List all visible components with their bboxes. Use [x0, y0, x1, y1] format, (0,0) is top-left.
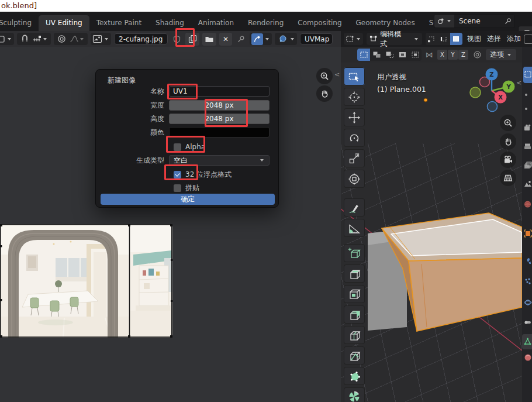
knife-tool[interactable] [344, 346, 365, 365]
image-browse-dropdown[interactable] [91, 33, 111, 45]
tab-modifiers[interactable] [524, 256, 532, 264]
uv-editor-canvas[interactable]: 新建图像 名称 UV1 宽度 2048 px 高度 2048 px 颜色 Alp… [0, 47, 341, 402]
scene-browse-button[interactable] [434, 15, 454, 28]
options-dropdown[interactable]: 选项 [486, 49, 516, 60]
tab-particles[interactable] [524, 277, 532, 285]
measure-tool[interactable] [344, 219, 365, 237]
uv-image-preview[interactable] [0, 224, 172, 338]
tab-output[interactable] [524, 142, 532, 150]
uv-sidebar-collapse-arrow[interactable]: < [334, 71, 340, 78]
select-subtract-button[interactable] [383, 49, 396, 61]
tab-render[interactable] [524, 123, 532, 132]
bevel-tool[interactable] [344, 305, 365, 324]
move-tool[interactable] [344, 108, 365, 126]
tab-physics[interactable] [524, 298, 532, 306]
pin-toggle[interactable] [235, 33, 247, 45]
uv-pan-button[interactable] [316, 85, 333, 102]
fake-user-toggle[interactable] [171, 33, 182, 45]
select-extend-button[interactable] [370, 49, 383, 61]
uv-editor-type-dropdown[interactable] [0, 33, 14, 45]
loop-cut-tool[interactable] [344, 326, 365, 344]
face-select-button[interactable] [450, 33, 462, 45]
rotate-tool[interactable] [344, 129, 365, 147]
snapping-dropdown[interactable] [32, 33, 49, 45]
snap-toggle[interactable] [19, 33, 30, 45]
select-intersect-button[interactable] [409, 49, 422, 61]
workspace-tab-sculpting[interactable]: Sculpting [0, 15, 39, 31]
add-cube-tool[interactable] [344, 244, 365, 262]
mirror-z-button[interactable]: Z [458, 50, 468, 60]
workspace-tab-rendering[interactable]: Rendering [241, 15, 291, 31]
vp-zoom-button[interactable] [500, 115, 516, 131]
cursor-tool[interactable] [344, 88, 365, 106]
box-select-tool[interactable] [344, 67, 365, 85]
menu-select[interactable]: 选择 [486, 33, 502, 45]
mirror-x-button[interactable]: X [437, 50, 447, 60]
menu-view[interactable]: 视图 [466, 33, 482, 45]
open-image-button[interactable] [202, 33, 216, 46]
workspace-tab-compositing[interactable]: Compositing [291, 15, 348, 31]
vertex-select-button[interactable] [426, 33, 438, 45]
workspace-tab-uv-editing[interactable]: UV Editing [39, 15, 89, 31]
image-name-field[interactable]: 2-cufang.jpg [114, 33, 168, 44]
tab-object-data[interactable] [522, 334, 532, 349]
generated-type-dropdown[interactable]: 空白 [169, 155, 270, 166]
scene-selector[interactable]: Scene [434, 14, 515, 28]
uvmap-field[interactable]: UVMap [300, 33, 333, 44]
sticky-select-mode[interactable] [277, 33, 288, 45]
tab-world[interactable] [524, 200, 532, 208]
axis-x[interactable]: X [495, 91, 507, 104]
axis-y[interactable]: Y [503, 81, 515, 93]
viewport-editor-type-dropdown[interactable] [344, 33, 363, 45]
pin-button[interactable] [501, 15, 514, 28]
name-field[interactable]: UV1 [169, 86, 270, 97]
properties-editor-type-icon[interactable] [524, 35, 532, 44]
transform-tool[interactable] [344, 170, 365, 188]
workspace-tab-animation[interactable]: Animation [191, 15, 241, 31]
select-new-button[interactable] [357, 49, 370, 61]
tab-constraints[interactable] [524, 318, 532, 326]
uv-sync-select-toggle[interactable] [251, 33, 263, 45]
width-field[interactable]: 2048 px [169, 100, 270, 111]
color-swatch[interactable] [169, 127, 270, 138]
scene-name-field[interactable]: Scene [454, 15, 501, 28]
workspace-tab-texture-paint[interactable]: Texture Paint [89, 15, 148, 31]
spin-tool[interactable] [344, 387, 365, 402]
select-invert-button[interactable] [396, 49, 409, 61]
tab-active-tool[interactable] [523, 67, 532, 83]
workspace-tab-geometry-nodes[interactable]: Geometry Nodes [349, 15, 422, 31]
proportional-edit-icon[interactable] [473, 50, 482, 59]
extrude-region-tool[interactable] [344, 264, 365, 283]
height-field[interactable]: 2048 px [169, 114, 270, 124]
new-image-button[interactable] [185, 33, 199, 46]
viewport-canvas[interactable]: 用户透视 (1) Plane.001 [341, 63, 522, 402]
inset-faces-tool[interactable] [344, 285, 365, 303]
float-checkbox[interactable] [174, 171, 181, 178]
unlink-image-button[interactable]: ✕ [219, 33, 232, 46]
workspace-tab-shading[interactable]: Shading [148, 15, 191, 31]
mode-dropdown[interactable]: 编辑模式 [367, 33, 422, 45]
tab-material[interactable] [524, 353, 532, 361]
mirror-y-button[interactable]: Y [448, 50, 458, 60]
axis-neg-x[interactable] [470, 87, 481, 98]
axis-z[interactable]: Z [486, 68, 498, 81]
falloff-dropdown[interactable] [68, 33, 86, 45]
vp-sidebar-collapse-arrow[interactable]: < [516, 79, 521, 87]
vp-pan-button[interactable] [500, 133, 516, 150]
tab-object[interactable] [524, 229, 532, 237]
tiled-checkbox[interactable] [174, 184, 181, 192]
vp-ortho-toggle-button[interactable] [500, 170, 516, 186]
poly-build-tool[interactable] [344, 367, 365, 385]
tab-scene[interactable] [524, 180, 532, 188]
proportional-edit-toggle[interactable] [56, 33, 67, 45]
scale-tool[interactable] [344, 149, 365, 167]
tab-view-layer[interactable] [524, 161, 532, 169]
ok-button[interactable]: 确定 [101, 194, 275, 205]
axis-gizmo[interactable]: Z Y X [467, 66, 519, 117]
vp-camera-button[interactable] [500, 152, 516, 168]
edge-select-button[interactable] [438, 33, 450, 45]
axis-neg-z[interactable] [488, 102, 498, 112]
menu-add[interactable]: 添加 [506, 33, 522, 45]
alpha-checkbox[interactable] [174, 143, 181, 151]
uv-zoom-button[interactable] [316, 68, 333, 84]
